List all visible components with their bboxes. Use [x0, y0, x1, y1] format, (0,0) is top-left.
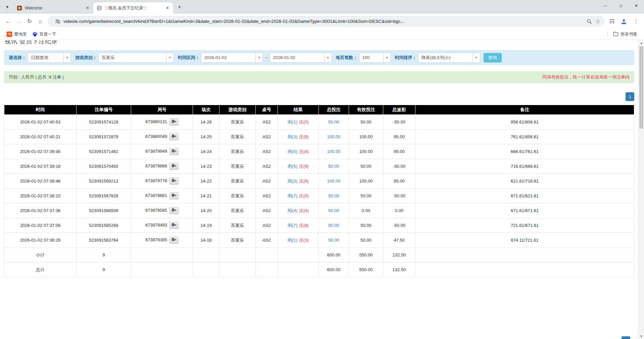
total-bet-link[interactable]: 50.00	[328, 119, 339, 125]
search-button[interactable]: 查询	[484, 53, 502, 62]
currency-total-text: 币别 : 人民币 | 总共 :9 注单 |	[9, 74, 64, 80]
page-size-select[interactable]: 100 ▼	[359, 53, 391, 63]
table-number-cell: AS2	[256, 174, 278, 189]
menu-icon[interactable]: ⋮	[631, 16, 641, 27]
tab-close-icon[interactable]: ✕	[164, 5, 170, 11]
all-bookmarks-label: 所有书签	[621, 32, 637, 37]
total-bet-link[interactable]: 100.00	[327, 134, 341, 139]
minimize-button[interactable]: ─	[598, 0, 613, 11]
total-bet-link[interactable]: 50.00	[328, 208, 339, 213]
bet-time-cell: 2026-01-02 07:39:18	[4, 159, 77, 174]
video-replay-button[interactable]	[169, 192, 179, 199]
scrollbar[interactable]: ▲ ▼	[638, 40, 644, 339]
tab-search-chevron-icon[interactable]: ▼	[3, 2, 12, 12]
welcome-tab-favicon-icon	[17, 5, 22, 11]
video-replay-button[interactable]	[169, 222, 179, 229]
valid-bet-cell: 0.00	[349, 203, 383, 218]
video-replay-button[interactable]	[169, 133, 179, 140]
bookmark-item-baidu[interactable]: 百度一下	[30, 31, 59, 38]
video-replay-button[interactable]	[169, 118, 179, 126]
maximize-button[interactable]: □	[613, 0, 629, 11]
table-row: 2026-01-02 07:39:45523091571462673879949…	[4, 144, 634, 159]
bet-time-cell: 2026-01-02 07:37:36	[4, 203, 77, 218]
page-size-value: 100	[359, 53, 383, 62]
result-cell: 闲(3)庄(6)	[278, 174, 319, 189]
bookmark-item-taobao[interactable]: 淘 爱淘宝	[4, 31, 30, 38]
page-title: 视讯 会员下注纪录	[5, 40, 638, 45]
site-settings-icon[interactable]	[55, 19, 60, 24]
media-controls-icon[interactable]	[606, 16, 617, 27]
scroll-up-icon[interactable]: ▲	[639, 40, 644, 46]
sort-value: 降幂(由大到小)	[418, 53, 473, 62]
result-player: 闲(1)	[288, 238, 297, 243]
home-button[interactable]: ⌂	[35, 16, 46, 27]
note-cell: 856.61/806.61	[415, 115, 634, 130]
round-id: 673879681	[145, 193, 167, 198]
valid-bet-cell: 50.00	[349, 233, 383, 248]
profile-avatar[interactable]	[618, 16, 629, 27]
date-type-select[interactable]: 日期查询 ▼	[28, 53, 71, 63]
video-replay-button[interactable]	[169, 178, 179, 185]
zoom-icon[interactable]	[587, 19, 592, 24]
video-replay-button[interactable]	[169, 207, 179, 214]
total-bet-link[interactable]: 50.00	[328, 223, 339, 228]
browser-toolbar: ← → ↻ ⌂ videoie.com/game/betrecord_searc…	[0, 14, 644, 29]
total-bet-link[interactable]: 100.00	[327, 149, 341, 154]
game-type-select[interactable]: 百家乐 ▼	[98, 53, 174, 63]
total-bet-link[interactable]: 50.00	[328, 193, 339, 198]
total-bet-link[interactable]: 50.00	[328, 164, 339, 169]
reload-button[interactable]: ↻	[24, 16, 35, 27]
bet-table-body: 2026-01-02 07:40:53523091574128673880131…	[4, 115, 634, 277]
scroll-down-icon[interactable]: ▼	[639, 334, 644, 339]
total-bet-link[interactable]: 50.00	[328, 238, 339, 243]
bet-id-cell: 523091563764	[77, 233, 131, 248]
game-type-cell: 百家乐	[219, 144, 256, 159]
sort-select[interactable]: 降幂(由大到小) ▼	[418, 53, 480, 63]
url-bar[interactable]: videoie.com/game/betrecord_search/kind3?…	[48, 16, 604, 27]
date-end-value: 2026-01-02	[270, 53, 324, 62]
back-button[interactable]: ←	[3, 16, 13, 27]
note-cell: 671.61/671.61	[415, 203, 634, 218]
session-cell: 14-23	[193, 159, 219, 174]
close-button[interactable]: ✕	[629, 0, 644, 11]
page-button-1-bottom[interactable]: 1	[622, 336, 630, 339]
new-tab-button[interactable]: +	[175, 3, 184, 11]
forward-button[interactable]: →	[13, 16, 24, 27]
round-id-cell: 673880131	[131, 115, 193, 130]
tab-betrecord[interactable]: :::视讯 会员下注纪录::: ✕	[93, 2, 173, 14]
column-header: 结果	[278, 105, 319, 115]
note-cell: 674.11/721.61	[415, 233, 634, 248]
column-header: 注单编号	[77, 105, 131, 115]
total-bet-cell: 50.00	[319, 159, 349, 174]
total-bet-cell: 50.00	[319, 233, 349, 248]
all-bookmarks-button[interactable]: 所有书签	[610, 31, 640, 38]
tab-welcome[interactable]: Welcome ✕	[13, 2, 93, 14]
window-controls: ─ □ ✕	[598, 0, 644, 11]
date-end-select[interactable]: 2026-01-02 ▼	[270, 53, 332, 63]
video-replay-button[interactable]	[169, 237, 179, 244]
video-replay-button[interactable]	[169, 148, 179, 155]
video-camera-icon	[171, 149, 177, 154]
video-camera-icon	[171, 208, 177, 213]
game-type-cell: 百家乐	[219, 203, 256, 218]
payout-cell: -50.00	[383, 115, 415, 130]
game-type-cell: 百家乐	[219, 159, 256, 174]
page-button-1[interactable]: 1	[626, 92, 634, 101]
column-header: 桌号	[256, 105, 278, 115]
round-id-cell: 673879493	[131, 218, 193, 233]
date-start-value: 2026-01-02	[201, 53, 255, 62]
tab-title: :::视讯 会员下注纪录:::	[105, 5, 162, 11]
game-type-value: 百家乐	[99, 53, 166, 62]
table-number-cell: AS2	[256, 144, 278, 159]
bookmark-star-icon[interactable]: ☆	[595, 18, 600, 25]
video-replay-button[interactable]	[169, 163, 179, 170]
total-bet-link[interactable]: 100.00	[327, 179, 341, 184]
date-start-select[interactable]: 2026-01-02 ▼	[201, 53, 263, 63]
tab-close-icon[interactable]: ✕	[85, 5, 91, 11]
result-banker: 庄(8)	[299, 223, 309, 228]
total-bet-cell: 100.00	[319, 144, 349, 159]
total-bet-cell: 50.00	[319, 189, 349, 203]
scrollbar-thumb[interactable]	[639, 46, 643, 129]
bet-time-cell: 2026-01-02 07:40:21	[4, 130, 77, 144]
summary-cell	[256, 262, 278, 277]
